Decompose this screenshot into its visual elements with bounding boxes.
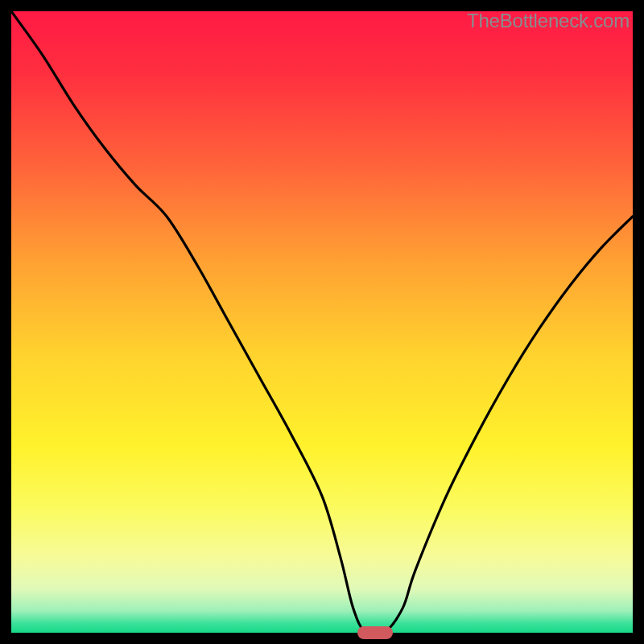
chart-frame: TheBottleneck.com [11, 11, 633, 633]
bottleneck-curve [11, 11, 633, 633]
watermark-text: TheBottleneck.com [467, 10, 630, 32]
optimal-marker [357, 626, 393, 639]
